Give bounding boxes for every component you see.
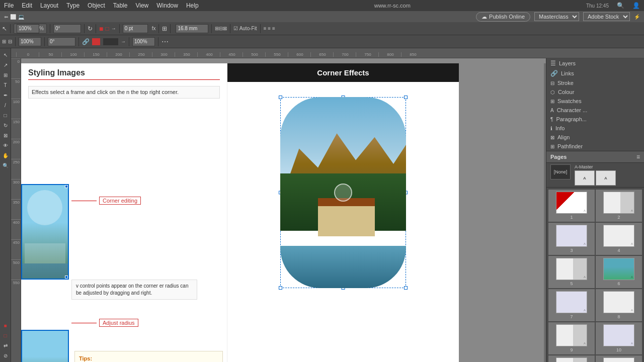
menu-object[interactable]: Object bbox=[88, 2, 105, 9]
tool-direct-select[interactable]: ↗ bbox=[1, 60, 10, 69]
page-thumb-11[interactable]: A 11 bbox=[548, 355, 595, 362]
color-box-1[interactable] bbox=[92, 38, 100, 45]
tool-select[interactable]: ↖ bbox=[1, 50, 10, 59]
rounded-image-frame[interactable] bbox=[280, 97, 406, 288]
selection-handle-tr bbox=[65, 185, 68, 188]
tool-scale[interactable]: ⊠ bbox=[1, 131, 10, 140]
tool-chain-icon[interactable]: 🔗 bbox=[82, 38, 90, 45]
align-item[interactable]: ⊠ Align bbox=[546, 133, 644, 142]
intro-text: Effects select a frame and click on the … bbox=[21, 83, 227, 102]
publish-online-button[interactable]: ☁ Publish Online bbox=[476, 12, 530, 22]
tool-pen[interactable]: ✒ bbox=[1, 90, 10, 100]
rotation-field-2[interactable] bbox=[48, 37, 75, 46]
menu-view[interactable]: View bbox=[135, 2, 148, 9]
opacity-field[interactable] bbox=[132, 37, 155, 46]
page-thumb-4[interactable]: A 4 bbox=[596, 223, 642, 255]
page-thumb-12[interactable]: A 12 bbox=[596, 355, 642, 362]
swap-colors-tool[interactable]: ⇄ bbox=[1, 341, 10, 350]
masterclass-dropdown[interactable]: Masterclass bbox=[534, 12, 579, 21]
character-item[interactable]: A Character ... bbox=[546, 106, 644, 115]
selection-tool[interactable]: ↖ bbox=[2, 25, 7, 32]
main-area: ↖ ↗ ⊞ T ✒ / □ ↻ ⊠ 👁 ✋ 🔍 ■ □ ⇄ ⊘ 0 50 100… bbox=[0, 48, 644, 362]
page-thumb-1[interactable]: A 1 bbox=[548, 190, 595, 222]
thumb-content: A bbox=[584, 242, 586, 245]
color-box-2[interactable] bbox=[103, 38, 118, 45]
stroke-item[interactable]: ⊟ Stroke bbox=[546, 78, 644, 87]
image-selection-container[interactable] bbox=[280, 97, 406, 288]
page-shadow bbox=[544, 63, 546, 362]
search-icon[interactable]: 🔍 bbox=[617, 2, 624, 9]
rotation-field[interactable] bbox=[53, 24, 81, 33]
toolbar-row2: ⊞ ⊟ 🔗 → ⋯ bbox=[0, 35, 644, 48]
tool-eye[interactable]: 👁 bbox=[1, 141, 10, 150]
layers-item[interactable]: ☰ Layers bbox=[546, 58, 644, 68]
tool-zoom[interactable]: 🔍 bbox=[1, 161, 10, 170]
menu-window[interactable]: Window bbox=[156, 2, 178, 9]
menu-type[interactable]: Type bbox=[66, 2, 79, 9]
zoom-field-2[interactable] bbox=[19, 37, 41, 46]
canvas[interactable]: Styling Images Effects select a frame an… bbox=[21, 58, 546, 362]
color-fill-tool[interactable]: ■ bbox=[1, 321, 10, 330]
thumb-content: A bbox=[584, 209, 586, 212]
none-page[interactable]: [None] bbox=[550, 164, 571, 179]
selection-handle-br bbox=[65, 276, 68, 279]
zoom-field[interactable] bbox=[17, 24, 39, 33]
none-color-tool[interactable]: ⊘ bbox=[1, 351, 10, 360]
adobe-stock-dropdown[interactable]: Adobe Stock bbox=[583, 12, 630, 21]
color-stroke-tool[interactable]: □ bbox=[1, 331, 10, 340]
zoom-input-1[interactable]: % bbox=[14, 24, 47, 34]
a-master-right[interactable]: A bbox=[596, 170, 616, 186]
tool-rect[interactable]: □ bbox=[1, 111, 10, 120]
thumb-content: A bbox=[631, 242, 633, 245]
color-fill-icon[interactable]: ■ bbox=[99, 25, 103, 33]
page-thumb-5[interactable]: A 5 bbox=[548, 256, 595, 288]
page-thumb-7[interactable]: A 7 bbox=[548, 289, 595, 321]
pages-scroll-area[interactable]: A 1 A 2 A 3 A 4 A 5 A bbox=[546, 188, 644, 362]
rotate-icon: ↻ bbox=[88, 25, 93, 32]
width-field[interactable] bbox=[176, 24, 208, 33]
thumb-content: A bbox=[584, 342, 586, 345]
tool-2a[interactable]: ⊞ bbox=[2, 39, 6, 44]
preview-image-1[interactable] bbox=[21, 184, 69, 280]
page-thumb-10[interactable]: A 10 bbox=[596, 322, 642, 354]
menu-table[interactable]: Table bbox=[113, 2, 128, 9]
auto-fit-checkbox[interactable]: ☑ Auto-Fit bbox=[233, 26, 257, 31]
page-thumb-8[interactable]: A 8 bbox=[596, 289, 642, 321]
layers-panel: ☰ Layers 🔗 Links ⊟ Stroke ⬡ Colour bbox=[546, 58, 644, 151]
pathfinder-item[interactable]: ⊞ Pathfinder bbox=[546, 142, 644, 151]
tool-2b[interactable]: ⊟ bbox=[8, 39, 12, 44]
position-field[interactable] bbox=[123, 24, 148, 33]
content-area: 0 50 100 150 200 250 300 350 400 450 500… bbox=[11, 48, 644, 362]
a-master-left[interactable]: A bbox=[575, 170, 595, 186]
thumb-content: A bbox=[631, 309, 633, 312]
arrow-right-end[interactable]: → bbox=[121, 39, 126, 44]
user-icon[interactable]: 👤 bbox=[632, 2, 640, 9]
a-master-section: A-Master A A bbox=[575, 164, 616, 186]
page-thumb-9[interactable]: A 9 bbox=[548, 322, 595, 354]
tool-frame[interactable]: ⊞ bbox=[1, 70, 10, 79]
color-stroke-icon[interactable]: □ bbox=[105, 25, 109, 32]
colour-item[interactable]: ⬡ Colour bbox=[546, 87, 644, 97]
links-icon: 🔗 bbox=[550, 70, 558, 77]
corner-effects-header: Corner Effects bbox=[227, 63, 459, 82]
preview-image-2[interactable] bbox=[21, 330, 69, 362]
arrow-end-icon[interactable]: → bbox=[111, 26, 116, 31]
info-item[interactable]: ℹ Info bbox=[546, 124, 644, 133]
tool-line[interactable]: / bbox=[1, 101, 10, 110]
menu-edit[interactable]: Edit bbox=[22, 2, 32, 9]
pages-options-icon[interactable]: ≡ bbox=[636, 153, 640, 160]
tool-hand[interactable]: ✋ bbox=[1, 151, 10, 160]
swatches-item[interactable]: ⊞ Swatches bbox=[546, 97, 644, 106]
paragraph-item[interactable]: ¶ Paragraph... bbox=[546, 115, 644, 124]
menu-help[interactable]: Help bbox=[186, 2, 199, 9]
page-thumb-2[interactable]: A 2 bbox=[596, 190, 642, 222]
menu-layout[interactable]: Layout bbox=[40, 2, 58, 9]
links-item[interactable]: 🔗 Links bbox=[546, 68, 644, 78]
tool-rotate[interactable]: ↻ bbox=[1, 121, 10, 130]
fx-icon: fx bbox=[152, 26, 156, 31]
page-number: 7 bbox=[570, 314, 573, 319]
tool-type[interactable]: T bbox=[1, 80, 10, 89]
menu-file[interactable]: File bbox=[4, 2, 14, 9]
page-thumb-6[interactable]: A 6 bbox=[596, 256, 642, 288]
page-thumb-3[interactable]: A 3 bbox=[548, 223, 595, 255]
